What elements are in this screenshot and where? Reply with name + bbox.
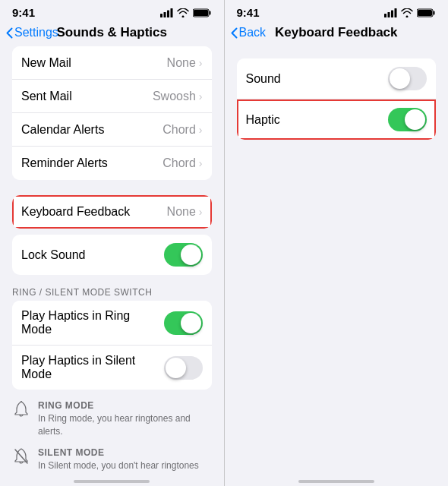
nav-bar-right: Back Keyboard Feedback: [225, 22, 449, 46]
ring-silent-header: Ring / Silent Mode Switch: [0, 281, 224, 301]
calendar-alerts-row[interactable]: Calendar Alerts Chord ›: [12, 113, 212, 147]
nav-title-left: Sounds & Haptics: [57, 25, 167, 40]
play-haptics-ring-row[interactable]: Play Haptics in Ring Mode: [12, 301, 212, 346]
bottom-bar-left: [0, 471, 224, 486]
sent-mail-right: Swoosh ›: [153, 90, 203, 103]
bell-icon: [14, 401, 29, 418]
svg-rect-1: [163, 12, 166, 17]
reminder-alerts-row[interactable]: Reminder Alerts Chord ›: [12, 147, 212, 180]
sound-toggle-knob: [390, 68, 410, 89]
lock-sound-label: Lock Sound: [21, 248, 86, 262]
svg-rect-13: [395, 8, 397, 17]
new-mail-row[interactable]: New Mail None ›: [12, 46, 212, 80]
wifi-icon: [177, 8, 189, 17]
bottom-bar-right: [225, 471, 449, 486]
ring-mode-section: Ring Mode In Ring mode, you hear rington…: [0, 396, 224, 443]
svg-rect-16: [418, 10, 432, 16]
silent-mode-title: Silent Mode: [38, 447, 212, 458]
keyboard-feedback-group: Keyboard Feedback None ›: [12, 195, 212, 229]
haptic-label: Haptic: [246, 113, 280, 127]
nav-bar-left: Settings Sounds & Haptics: [0, 22, 224, 46]
ring-silent-group: Play Haptics in Ring Mode Play Haptics i…: [12, 301, 212, 390]
sounds-list-group: New Mail None › Sent Mail Swoosh › Calen…: [12, 46, 212, 180]
sent-mail-label: Sent Mail: [21, 90, 72, 103]
play-haptics-ring-toggle[interactable]: [164, 311, 203, 335]
home-indicator-right: [298, 480, 374, 483]
back-label-right: Back: [239, 26, 267, 39]
keyboard-feedback-label: Keyboard Feedback: [21, 205, 130, 219]
settings-content-right: Sound Haptic: [225, 46, 449, 471]
right-screen: 9:41 Back: [225, 0, 449, 486]
status-bar-right: 9:41: [225, 0, 449, 22]
status-icons-right: [384, 8, 436, 17]
battery-icon-right: [417, 8, 436, 17]
sound-row[interactable]: Sound: [237, 58, 437, 99]
play-haptics-silent-row[interactable]: Play Haptics in Silent Mode: [12, 346, 212, 390]
keyboard-feedback-right: None ›: [167, 205, 203, 219]
lock-sound-group: Lock Sound: [12, 235, 212, 275]
new-mail-chevron: ›: [199, 57, 203, 69]
haptic-row[interactable]: Haptic: [237, 99, 437, 140]
keyboard-feedback-chevron: ›: [199, 206, 203, 218]
play-haptics-silent-knob: [166, 358, 186, 378]
svg-rect-7: [194, 10, 208, 16]
lock-sound-toggle[interactable]: [164, 243, 203, 267]
ring-mode-text: Ring Mode In Ring mode, you hear rington…: [38, 400, 212, 438]
svg-rect-10: [384, 14, 386, 17]
battery-icon: [193, 8, 212, 17]
new-mail-value: None: [167, 56, 196, 70]
silent-mode-section: Silent Mode In Silent mode, you don't he…: [0, 443, 224, 471]
left-screen: 9:41: [0, 0, 224, 486]
back-button-left[interactable]: Settings: [6, 26, 58, 39]
keyboard-feedback-options-group: Sound Haptic: [237, 58, 437, 140]
back-chevron-right: [231, 27, 238, 39]
silent-mode-icon: [12, 447, 30, 465]
status-bar-left: 9:41: [0, 0, 224, 22]
back-chevron-left: [6, 27, 13, 39]
keyboard-feedback-row[interactable]: Keyboard Feedback None ›: [12, 195, 212, 229]
svg-rect-2: [167, 10, 169, 17]
svg-rect-15: [434, 11, 435, 14]
reminder-alerts-chevron: ›: [199, 157, 203, 169]
signal-icon: [160, 8, 173, 17]
calendar-alerts-value: Chord: [162, 123, 196, 137]
calendar-alerts-right: Chord ›: [162, 123, 202, 137]
svg-rect-11: [388, 12, 390, 17]
top-spacer: [225, 46, 449, 58]
sound-label: Sound: [246, 72, 281, 86]
wifi-icon-right: [401, 8, 413, 17]
svg-rect-12: [391, 10, 393, 17]
home-indicator-left: [74, 480, 150, 483]
status-icons-left: [160, 8, 212, 17]
ring-mode-icon: [12, 400, 30, 418]
nav-title-right: Keyboard Feedback: [275, 25, 398, 40]
haptic-toggle[interactable]: [388, 108, 427, 131]
signal-icon-right: [384, 8, 397, 17]
lock-sound-toggle-knob: [181, 245, 201, 265]
svg-rect-5: [209, 11, 210, 14]
keyboard-feedback-value: None: [167, 205, 196, 219]
sent-mail-value: Swoosh: [153, 90, 196, 103]
bell-slash-icon: [14, 448, 29, 465]
calendar-alerts-chevron: ›: [199, 124, 203, 136]
ring-mode-title: Ring Mode: [38, 400, 212, 411]
haptic-toggle-knob: [405, 109, 425, 130]
back-button-right[interactable]: Back: [231, 26, 267, 39]
status-time-left: 9:41: [12, 6, 35, 19]
ring-mode-desc: In Ring mode, you hear ringtones and ale…: [38, 412, 212, 438]
sent-mail-chevron: ›: [199, 90, 203, 103]
new-mail-right: None ›: [167, 56, 203, 70]
play-haptics-ring-knob: [181, 313, 201, 333]
settings-content-left: New Mail None › Sent Mail Swoosh › Calen…: [0, 46, 224, 471]
sent-mail-row[interactable]: Sent Mail Swoosh ›: [12, 80, 212, 113]
reminder-alerts-value: Chord: [162, 156, 196, 170]
svg-rect-0: [160, 14, 162, 17]
lock-sound-row[interactable]: Lock Sound: [12, 235, 212, 275]
play-haptics-silent-toggle[interactable]: [164, 356, 203, 380]
silent-mode-desc: In Silent mode, you don't hear ringtones…: [38, 459, 212, 471]
sound-toggle[interactable]: [388, 67, 427, 90]
svg-rect-3: [170, 8, 172, 17]
silent-mode-text: Silent Mode In Silent mode, you don't he…: [38, 447, 212, 471]
back-label-left: Settings: [14, 26, 58, 39]
new-mail-label: New Mail: [21, 56, 71, 70]
